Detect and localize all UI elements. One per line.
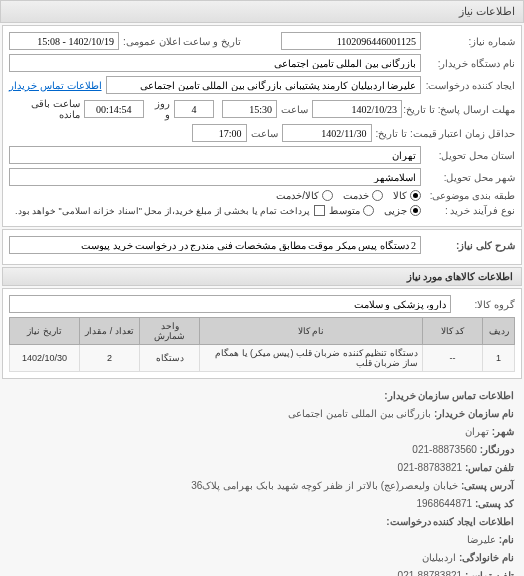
class-label: طبقه بندی موضوعی: — [425, 190, 515, 201]
phone1-value: 88783821-021 — [398, 462, 463, 473]
postcode-label: کد پستی: — [475, 498, 514, 509]
goods-group-label: گروه کالا: — [455, 299, 515, 310]
postcode-value: 1968644871 — [416, 498, 472, 509]
need-number-input[interactable] — [281, 32, 421, 50]
radio-goods[interactable] — [410, 190, 421, 201]
cell-date: 1402/10/30 — [10, 345, 80, 372]
response-time-input[interactable] — [222, 100, 277, 118]
delivery-state-input[interactable] — [9, 146, 421, 164]
days-remain-label: روز و — [148, 98, 170, 120]
radio-service-label: خدمت — [343, 190, 369, 201]
fax-label: دورنگار: — [480, 444, 514, 455]
time-remain-input[interactable] — [84, 100, 144, 118]
radio-goods-label: کالا — [393, 190, 407, 201]
min-delivery-time-input[interactable] — [192, 124, 247, 142]
min-delivery-label: حداقل زمان اعتبار قیمت: تا تاریخ: — [376, 128, 515, 139]
need-title-label: شرح کلی نیاز: — [425, 240, 515, 251]
goods-table: ردیف کد کالا نام کالا واحد شمارش تعداد /… — [9, 317, 515, 372]
buy-type-label: نوع فرآیند خرید : — [425, 205, 515, 216]
org-value: بازرگانی بین المللی تامین اجتماعی — [288, 408, 431, 419]
response-deadline-label: مهلت ارسال پاسخ: تا تاریخ: — [406, 104, 515, 115]
org-label: نام سازمان خریدار: — [434, 408, 514, 419]
radio-medium-label: متوسط — [329, 205, 360, 216]
contact-title: اطلاعات تماس سازمان خریدار: — [384, 390, 514, 401]
cell-name: دستگاه تنظیم کننده ضربان قلب (پیس میکر) … — [200, 345, 423, 372]
delivery-city-label: شهر محل تحویل: — [425, 172, 515, 183]
cell-code: -- — [423, 345, 483, 372]
th-unit: واحد شمارش — [140, 318, 200, 345]
phone1-label: تلفن تماس: — [465, 462, 514, 473]
th-name: نام کالا — [200, 318, 423, 345]
announce-datetime-label: تاریخ و ساعت اعلان عمومی: — [123, 36, 241, 47]
lname-label: نام خانوادگی: — [459, 552, 514, 563]
cell-unit: دستگاه — [140, 345, 200, 372]
need-info-section: شماره نیاز: تاریخ و ساعت اعلان عمومی: نا… — [2, 25, 522, 227]
buyer-org-input[interactable] — [9, 54, 421, 72]
name-value: علیرضا — [467, 534, 496, 545]
days-remain-input[interactable] — [174, 100, 214, 118]
radio-both-label: کالا/خدمت — [276, 190, 319, 201]
buy-note: پرداخت تمام یا بخشی از مبلغ خرید،از محل … — [15, 206, 310, 216]
name-label: نام: — [499, 534, 514, 545]
city-label: شهر: — [492, 426, 514, 437]
city-value: تهران — [465, 426, 489, 437]
buyer-org-label: نام دستگاه خریدار: — [425, 58, 515, 69]
th-qty: تعداد / مقدار — [80, 318, 140, 345]
response-time-label: ساعت — [281, 104, 308, 115]
address-label: آدرس پستی: — [461, 480, 514, 491]
fax-value: 88873560-021 — [412, 444, 477, 455]
delivery-city-input[interactable] — [9, 168, 421, 186]
response-date-input[interactable] — [312, 100, 402, 118]
address-value: خیابان ولیعصر(عج) بالاتر از ظفر کوچه شهی… — [191, 480, 458, 491]
requester-label: ایجاد کننده درخواست: — [425, 80, 515, 91]
radio-medium[interactable] — [363, 205, 374, 216]
radio-partial-label: جزیی — [384, 205, 407, 216]
need-number-label: شماره نیاز: — [425, 36, 515, 47]
buyer-contact-link[interactable]: اطلاعات تماس خریدار — [9, 80, 102, 91]
radio-service[interactable] — [372, 190, 383, 201]
th-date: تاریخ نیاز — [10, 318, 80, 345]
need-title-section: شرح کلی نیاز: — [2, 229, 522, 265]
lname-value: اردبیلیان — [422, 552, 456, 563]
tab-info[interactable]: اطلاعات نیاز — [0, 0, 524, 23]
radio-partial[interactable] — [410, 205, 421, 216]
phone2-value: 88783821-021 — [398, 570, 463, 576]
goods-group-input[interactable] — [9, 295, 451, 313]
cell-qty: 2 — [80, 345, 140, 372]
radio-both[interactable] — [322, 190, 333, 201]
need-title-input[interactable] — [9, 236, 421, 254]
delivery-state-label: استان محل تحویل: — [425, 150, 515, 161]
goods-section: گروه کالا: ردیف کد کالا نام کالا واحد شم… — [2, 288, 522, 379]
treasury-checkbox[interactable] — [314, 205, 325, 216]
th-row: ردیف — [483, 318, 515, 345]
min-delivery-time-label: ساعت — [251, 128, 278, 139]
requester-input[interactable] — [106, 76, 421, 94]
th-code: کد کالا — [423, 318, 483, 345]
req-contact-title: اطلاعات ایجاد کننده درخواست: — [386, 516, 514, 527]
min-delivery-date-input[interactable] — [282, 124, 372, 142]
footer-contact: ۰۲۱-۸۸۳۴۹۶۷ اطلاعات تماس سازمان خریدار: … — [0, 381, 524, 576]
announce-datetime-input[interactable] — [9, 32, 119, 50]
cell-row: 1 — [483, 345, 515, 372]
phone2-label: تلفن تماس: — [465, 570, 514, 576]
table-row[interactable]: 1 -- دستگاه تنظیم کننده ضربان قلب (پیس م… — [10, 345, 515, 372]
time-remain-label: ساعت باقی مانده — [9, 98, 80, 120]
goods-section-title: اطلاعات کالاهای مورد نیاز — [2, 267, 522, 286]
